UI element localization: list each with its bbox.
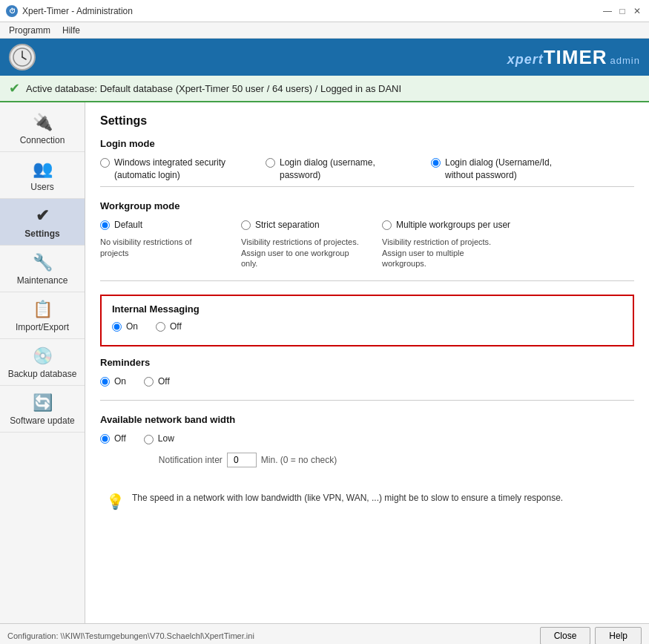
users-icon: 👥 (33, 160, 53, 179)
radio-messaging-on[interactable] (112, 322, 122, 332)
info-text: The speed in a network with low bandwidt… (132, 491, 563, 505)
notification-label: Notification inter (159, 455, 223, 465)
logo-timer: TIMER (544, 46, 607, 68)
menu-hilfe[interactable]: Hilfe (56, 24, 86, 36)
sidebar-item-maintenance[interactable]: 🔧 Maintenance (0, 246, 85, 292)
main-layout: 🔌 Connection 👥 Users ✔ Settings 🔧 Mainte… (0, 102, 649, 623)
help-button[interactable]: Help (595, 627, 642, 645)
login-option-win: Windows integrated security (automatic l… (100, 157, 248, 182)
import-export-icon: 📋 (33, 300, 53, 319)
title-bar-left: ⏱ Xpert-Timer - Administration (6, 5, 133, 17)
workgroup-mode-group: Default No visibility restrictions of pr… (100, 219, 634, 274)
workgroup-multiple-desc: Visibility restriction of projects. Assi… (382, 237, 501, 269)
sidebar-item-backup[interactable]: 💿 Backup database (0, 339, 85, 386)
software-update-icon: 🔄 (33, 393, 53, 413)
header-bar: xpertTIMERadmin (0, 39, 649, 76)
label-workgroup-multiple: Multiple workgroups per user (396, 219, 510, 231)
status-icon: ✔ (9, 80, 20, 96)
messaging-option-off: Off (156, 321, 182, 333)
internal-messaging-title: Internal Messaging (112, 303, 622, 315)
label-messaging-on: On (126, 321, 138, 333)
label-messaging-off: Off (170, 321, 182, 333)
close-button[interactable]: Close (540, 627, 591, 645)
radio-login-dialog-pass[interactable] (266, 158, 275, 168)
messaging-option-on: On (112, 321, 138, 333)
connection-icon: 🔌 (33, 113, 53, 132)
workgroup-mode-title: Workgroup mode (100, 200, 634, 211)
app-logo: xpertTIMERadmin (507, 46, 640, 69)
radio-reminders-on[interactable] (100, 377, 110, 387)
internal-messaging-group: On Off (112, 321, 622, 338)
notification-suffix: Min. (0 = no check) (261, 455, 337, 465)
login-mode-group: Windows integrated security (automatic l… (100, 157, 634, 186)
close-window-button[interactable]: ✕ (631, 5, 643, 17)
sidebar-item-software-update[interactable]: 🔄 Software update (0, 386, 85, 433)
radio-network-low[interactable] (144, 435, 154, 444)
radio-workgroup-strict[interactable] (241, 220, 251, 230)
sidebar-label-backup: Backup database (8, 369, 77, 379)
minimize-button[interactable]: — (602, 5, 613, 17)
title-bar: ⏱ Xpert-Timer - Administration — □ ✕ (0, 0, 649, 22)
settings-icon: ✔ (36, 206, 49, 226)
reminders-group: On Off (100, 375, 634, 392)
status-bar: ✔ Active database: Default database (Xpe… (0, 76, 649, 102)
radio-reminders-off[interactable] (144, 377, 154, 387)
network-option-low: Low Notification inter Min. (0 = no chec… (144, 433, 337, 467)
label-network-low: Low (158, 433, 174, 445)
config-path: Configuration: \\KIWI\Testumgebungen\V70… (7, 631, 254, 640)
login-option-dialog-pass: Login dialog (username, password) (266, 157, 413, 182)
workgroup-option-strict: Strict separation Visibility restriction… (241, 219, 360, 269)
network-option-off: Off (100, 433, 126, 467)
network-bandwidth-title: Available network band width (100, 414, 634, 425)
logo-admin: admin (610, 55, 640, 66)
login-option-dialog-id: Login dialog (Username/Id, without passw… (431, 157, 579, 182)
internal-messaging-box: Internal Messaging On Off (100, 295, 634, 346)
label-reminders-off: Off (158, 375, 170, 388)
sidebar-label-import-export: Import/Export (16, 322, 69, 332)
radio-win-integrated[interactable] (100, 158, 110, 168)
bottom-bar: Configuration: \\KIWI\Testumgebungen\V70… (0, 623, 649, 644)
radio-network-off[interactable] (100, 434, 110, 444)
workgroup-default-desc: No visibility restrictions of projects (100, 237, 219, 258)
backup-icon: 💿 (33, 346, 53, 366)
reminders-title: Reminders (100, 357, 634, 368)
info-row: 💡 The speed in a network with low bandwi… (100, 485, 634, 516)
label-workgroup-default: Default (114, 219, 142, 231)
title-bar-controls: — □ ✕ (602, 5, 643, 17)
radio-messaging-off[interactable] (156, 322, 165, 332)
sidebar-label-connection: Connection (20, 135, 65, 145)
clock-icon (9, 44, 36, 70)
notification-input[interactable] (227, 453, 257, 467)
login-mode-title: Login mode (100, 138, 634, 149)
sidebar-label-software-update: Software update (10, 415, 74, 426)
menu-programm[interactable]: Programm (3, 24, 56, 36)
sidebar: 🔌 Connection 👥 Users ✔ Settings 🔧 Mainte… (0, 102, 85, 623)
label-win-integrated: Windows integrated security (automatic l… (114, 157, 248, 182)
logo-xpert: xpert (507, 52, 544, 67)
radio-workgroup-multiple[interactable] (382, 220, 392, 230)
sidebar-item-users[interactable]: 👥 Users (0, 152, 85, 199)
sidebar-label-users: Users (30, 182, 53, 192)
bottom-buttons: Close Help (540, 627, 642, 645)
maximize-button[interactable]: □ (616, 5, 628, 17)
label-workgroup-strict: Strict separation (255, 219, 320, 231)
workgroup-strict-desc: Visibility restrictions of projectes. As… (241, 237, 360, 269)
workgroup-option-multiple: Multiple workgroups per user Visibility … (382, 219, 510, 269)
login-mode-section: Login mode Windows integrated security (… (100, 138, 634, 187)
radio-workgroup-default[interactable] (100, 220, 110, 230)
sidebar-item-connection[interactable]: 🔌 Connection (0, 105, 85, 152)
label-reminders-on: On (114, 375, 126, 388)
sidebar-label-settings: Settings (24, 229, 59, 239)
reminders-option-on: On (100, 375, 126, 388)
sidebar-item-settings[interactable]: ✔ Settings (0, 199, 85, 246)
page-title: Settings (100, 114, 634, 128)
menu-bar: Programm Hilfe (0, 22, 649, 39)
status-text: Active database: Default database (Xpert… (26, 83, 401, 94)
title-bar-text: Xpert-Timer - Administration (22, 6, 133, 16)
radio-login-dialog-id[interactable] (431, 158, 441, 168)
label-login-dialog-id: Login dialog (Username/Id, without passw… (445, 157, 579, 182)
bulb-icon: 💡 (106, 493, 125, 510)
network-bandwidth-group: Off Low Notification inter Min. (0 = no … (100, 433, 634, 472)
workgroup-option-default: Default No visibility restrictions of pr… (100, 219, 219, 269)
sidebar-item-import-export[interactable]: 📋 Import/Export (0, 292, 85, 339)
